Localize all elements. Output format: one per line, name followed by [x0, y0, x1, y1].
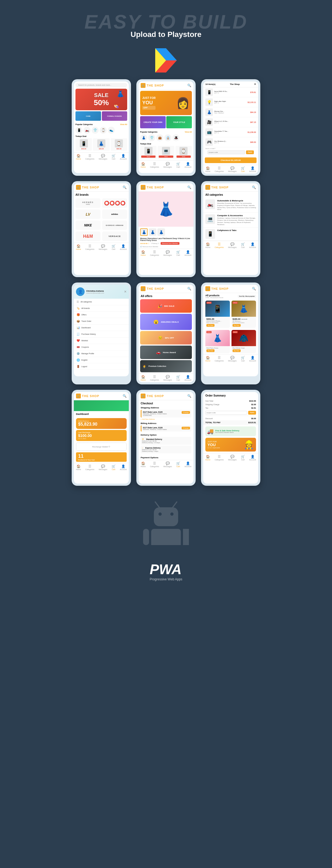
- search-icon-9[interactable]: 🔍: [252, 287, 256, 290]
- menu-english[interactable]: 🌐English: [74, 357, 129, 363]
- brand-armani[interactable]: GIORGIO ARMANI: [102, 220, 127, 230]
- deal-2-item-1[interactable]: 📱 SALE: [140, 146, 157, 159]
- brand-audi[interactable]: ⭕⭕⭕⭕: [102, 198, 127, 208]
- offer-banner-3[interactable]: 😊 30% OFF: [140, 331, 192, 344]
- nav-messages-1[interactable]: 💬Messages: [99, 154, 107, 160]
- nav-home-9[interactable]: 🏠Home: [205, 356, 210, 362]
- offer-banner-2[interactable]: 😮 AMAZING DEALS: [140, 314, 192, 330]
- delivery-option-express[interactable]: ○ Express Delivery Delivery Cost: $5.60 …: [141, 445, 191, 454]
- cart-item-6[interactable]: 🎮 Vox Wireless Q... QTY 1 $89.93: [203, 137, 258, 147]
- buy-now-dress[interactable]: Buy Now: [233, 324, 241, 327]
- cat-row-computer[interactable]: 💻 Computer & Accessories Desktops, Lapto…: [203, 213, 258, 227]
- search-icon-4[interactable]: 🔍: [123, 185, 127, 189]
- menu-logout[interactable]: 🚪Logout: [74, 363, 129, 370]
- nav-categories-5[interactable]: ☰Categories: [150, 250, 159, 256]
- nav-messages-10[interactable]: 💬Messages: [99, 464, 107, 470]
- cat-icon-bike[interactable]: 🏍️: [84, 127, 91, 134]
- nav-home-4[interactable]: 🏠Home: [76, 244, 81, 250]
- menu-purchase-history[interactable]: 🧾Purchase History: [74, 331, 129, 338]
- menu-dashboard[interactable]: 📊Dashboard: [74, 324, 129, 331]
- view-all-link[interactable]: View All: [120, 123, 127, 125]
- nav-categories-11[interactable]: ☰Categories: [150, 462, 159, 467]
- nav-categories-4[interactable]: ☰Categories: [85, 244, 94, 250]
- nav-cart-6[interactable]: 🛒Cart: [241, 242, 245, 248]
- apply-btn-summary[interactable]: Apply: [248, 411, 256, 414]
- product-card-red-dress[interactable]: SALE 👗 Red Party Dress Buy Now: [205, 330, 230, 353]
- cat-bag[interactable]: 👜: [156, 134, 163, 141]
- search-bar[interactable]: Search for products, brands and more...: [75, 83, 127, 87]
- offer-banner-4[interactable]: 🚗 Home Award: [140, 346, 192, 359]
- nav-messages-12[interactable]: 💬Messages: [228, 455, 237, 461]
- checkout-btn[interactable]: Checkout $1,105.00: [205, 157, 257, 163]
- delivery-option-standard[interactable]: ⦿ Standard Delivery Delivery Cost: $2.90…: [141, 437, 191, 445]
- menu-wishlist[interactable]: ❤️Wishlist: [74, 338, 129, 344]
- nav-cart-12[interactable]: 🛒Cart: [241, 455, 245, 461]
- cart-item-4[interactable]: 🎥 Wheel LLC 25 5tu... QTY 1 $67.15: [203, 117, 258, 127]
- brand-versace[interactable]: VERSACE: [102, 231, 127, 241]
- nav-cart-4[interactable]: 🛒Cart: [111, 244, 115, 250]
- add-address-link[interactable]: + Add New Address: [141, 418, 191, 420]
- nav-account-5[interactable]: 👤Account: [185, 250, 191, 256]
- nav-categories-6[interactable]: ☰Categories: [214, 242, 224, 248]
- nav-cart-3[interactable]: 🛒Cart: [241, 166, 245, 172]
- apply-btn[interactable]: Apply: [246, 150, 254, 154]
- thumb-1[interactable]: 👗: [140, 228, 148, 236]
- nav-cart-8[interactable]: 🛒Cart: [176, 375, 180, 381]
- sort-button[interactable]: Sort By: Most popular: [238, 295, 256, 298]
- deal-item-2[interactable]: 👗 $30.00: [93, 138, 109, 151]
- nav-account-1[interactable]: 👤Account: [120, 154, 127, 160]
- nav-categories-12[interactable]: ☰Categories: [214, 455, 224, 461]
- close-cart-icon[interactable]: ✕: [254, 83, 256, 86]
- nav-cart-11[interactable]: 🛒Cart: [176, 462, 180, 467]
- cat-icon-watch[interactable]: ⌚: [100, 127, 107, 134]
- product-card-phone[interactable]: SALE 📱 $301.00 ASUS ROG Phone... More in…: [205, 301, 230, 328]
- cart-item-1[interactable]: 📱 Items $300 45 5u... QTY 1 $78.61: [203, 87, 258, 97]
- billing-change-btn[interactable]: Change: [181, 427, 190, 429]
- offer-banner-1[interactable]: 🎉 BIG SALE: [140, 299, 192, 313]
- nav-account-2[interactable]: 👤Account: [185, 162, 191, 168]
- search-icon-11[interactable]: 🔍: [187, 394, 191, 398]
- nav-messages-11[interactable]: 💬Messages: [163, 462, 172, 467]
- nav-messages-2[interactable]: 💬Messages: [163, 162, 172, 168]
- cat-hat[interactable]: 🎩: [172, 134, 179, 141]
- nav-home-2[interactable]: 🏠Home: [141, 162, 146, 168]
- thumb-2[interactable]: 👗: [149, 228, 156, 236]
- view-all-2[interactable]: View All: [185, 131, 192, 133]
- recharge-wallet-btn[interactable]: Recharge Wallet +: [76, 443, 127, 451]
- nav-cart-9[interactable]: 🛒Cart: [241, 356, 245, 362]
- menu-manage-profile[interactable]: ⚙️Manage Profile: [74, 350, 129, 357]
- brand-hm[interactable]: H&M: [75, 231, 101, 241]
- cat-tshirt[interactable]: 👔: [164, 134, 171, 141]
- brand-nike[interactable]: NIKE: [75, 220, 101, 230]
- nav-categories-8[interactable]: ☰Categories: [150, 375, 159, 381]
- close-menu-icon[interactable]: ✕: [124, 290, 127, 293]
- nav-home-10[interactable]: 🏠Home: [76, 464, 81, 470]
- deal-2-item-2[interactable]: 💻 SALE: [158, 146, 174, 159]
- menu-all-categories[interactable]: ☰All categories: [74, 299, 129, 305]
- cart-item-2[interactable]: 💡 Night after Night QTY 1 $2,133.11: [203, 97, 258, 107]
- wishlist-button[interactable]: Remove from Wishlist: [161, 242, 179, 245]
- product-card-coat[interactable]: SALE 🧥 Red Winter Coat Buy Now: [231, 330, 256, 353]
- nav-messages-9[interactable]: 💬Messages: [228, 356, 237, 362]
- nav-cart-10[interactable]: 🛒Cart: [111, 464, 115, 470]
- menu-track-order[interactable]: 📦Track Order: [74, 318, 129, 324]
- nav-categories-3[interactable]: ☰Categories: [214, 166, 224, 172]
- coupon-input-summary[interactable]: [205, 411, 247, 414]
- nav-account-9[interactable]: 👤Account: [249, 356, 256, 362]
- nav-categories-2[interactable]: ☰Categories: [150, 162, 159, 168]
- brand-adidas[interactable]: adidas: [102, 210, 127, 219]
- cart-item-3[interactable]: 👗 Women Dre... Size: Medium $84.19: [203, 107, 258, 117]
- nav-account-10[interactable]: 👤Account: [120, 464, 127, 470]
- nav-categories-10[interactable]: ☰Categories: [85, 464, 94, 470]
- menu-offers[interactable]: 🎁Offers: [74, 312, 129, 318]
- cat-icon-phone[interactable]: 📱: [75, 127, 82, 134]
- cart-item-5[interactable]: 📺 Sweethide 77 Tea... QTY 1 $1,236.00: [203, 127, 258, 137]
- cat-icon-shoe[interactable]: 👟: [108, 127, 115, 134]
- nav-home-12[interactable]: 🏠Home: [205, 455, 210, 461]
- nav-home-8[interactable]: 🏠Home: [141, 375, 146, 381]
- cat-shirt-2[interactable]: 👕: [148, 134, 155, 141]
- nav-account-6[interactable]: 👤Account: [249, 242, 256, 248]
- nav-home-5[interactable]: 🏠Home: [141, 250, 146, 256]
- nav-cart-1[interactable]: 🛒Cart: [111, 154, 115, 160]
- brand-hermes[interactable]: HERMÈS PARIS: [75, 198, 101, 208]
